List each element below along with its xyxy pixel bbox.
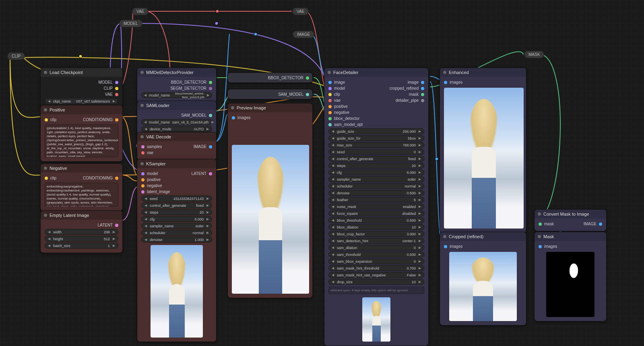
mask-image (546, 252, 594, 317)
face-detailer-bbox-threshold[interactable]: ◀bbox_threshold0.500▶ (328, 217, 424, 223)
face-detailer-sampler-name[interactable]: ◀sampler_nameeuler▶ (328, 176, 424, 182)
node-face-detailer[interactable]: FaceDetailer imagemodelclipvaepositivene… (324, 68, 429, 346)
node-graph-canvas[interactable]: CLIP VAE VAE MODEL IMAGE MASK Load Check… (0, 0, 644, 346)
ksampler-scheduler[interactable]: ◀schedulernormal▶ (141, 230, 212, 236)
node-title: FaceDetailer (333, 68, 358, 77)
node-title: Empty Latent Image (50, 211, 89, 220)
face-detailer-sam-dilation[interactable]: ◀sam_dilation0▶ (328, 245, 424, 251)
node-title: Negative (50, 164, 67, 173)
face-detailer-sam-mask-hint-threshold[interactable]: ◀sam_mask_hint_threshold0.700▶ (328, 265, 424, 271)
node-preview-image[interactable]: Preview Image images (227, 103, 313, 298)
face-detailer-sam-threshold[interactable]: ◀sam_threshold0.930▶ (328, 251, 424, 257)
svg-point-4 (254, 33, 257, 36)
node-title: Convert Mask to Image (543, 210, 589, 218)
prompt-text[interactable]: (photorealistic:1.4), best quality, mast… (45, 124, 118, 157)
reroute-bbox-detector[interactable]: BBOX_DETECTOR (227, 72, 313, 83)
reroute-clip[interactable]: CLIP (7, 52, 25, 60)
ksampler-control-after-generate[interactable]: ◀control_after_generatefixed▶ (141, 202, 212, 208)
reroute-model[interactable]: MODEL (119, 20, 142, 27)
preview-image (232, 145, 309, 294)
face-detailer-bbox-dilation[interactable]: ◀bbox_dilation10▶ (328, 224, 424, 230)
face-detailer-force-inpaint[interactable]: ◀force_inpaintdisabled▶ (328, 210, 424, 216)
node-title: Preview Image (237, 103, 266, 112)
ksampler-denoise[interactable]: ◀denoise1.000▶ (141, 237, 212, 243)
ksampler-seed[interactable]: ◀seed431433362471143▶ (141, 196, 212, 202)
prompt-text[interactable]: embedding:easynegative, embedding:badhan… (45, 183, 118, 207)
enhanced-image (444, 88, 524, 229)
ksampler-sampler-name[interactable]: ◀sampler_nameeuler▶ (141, 223, 212, 229)
node-title: MMDetDetectorProvider (146, 68, 194, 77)
node-cropped-refined[interactable]: Cropped (refined) images (440, 232, 526, 325)
ksampler-cfg[interactable]: ◀cfg8.000▶ (141, 216, 212, 222)
node-mask[interactable]: Mask images (534, 232, 607, 321)
ksampler-steps[interactable]: ◀steps20▶ (141, 209, 212, 215)
face-detailer-preview (362, 297, 390, 342)
reroute-vae-1[interactable]: VAE (132, 8, 149, 15)
node-samloader[interactable]: SAMLoader SAM_MODEL ◀model_namesam_vit_b… (137, 101, 217, 136)
svg-point-2 (215, 22, 218, 25)
svg-point-5 (435, 157, 438, 161)
node-load-checkpoint[interactable]: Load Checkpoint MODEL CLIP VAE ◀ ckpt_na… (40, 68, 123, 109)
node-ksampler[interactable]: KSampler model positive negative latent_… (137, 159, 217, 342)
face-detailer-control-after-generate[interactable]: ◀control_after_generatefixed▶ (328, 156, 424, 162)
reroute-sam-model[interactable]: SAM_MODEL (227, 89, 313, 99)
node-positive[interactable]: Positive clip CONDITIONING (photorealist… (40, 105, 123, 162)
face-detailer-noise-mask[interactable]: ◀noise_maskenabled▶ (328, 204, 424, 210)
svg-point-0 (79, 55, 82, 58)
empty-latent-width[interactable]: ◀width296▶ (45, 229, 118, 235)
empty-latent-batch-size[interactable]: ◀batch_size1▶ (45, 243, 118, 249)
cropped-image (449, 252, 517, 321)
wildcard-hint[interactable]: wildcard spec: if kept empty, this optio… (328, 286, 424, 294)
node-title: VAE Decode (146, 132, 171, 141)
node-title: KSampler (146, 159, 165, 168)
node-negative[interactable]: Negative clip CONDITIONING embedding:eas… (40, 163, 123, 211)
ckpt-name-widget[interactable]: ◀ ckpt_name V07_v07.safetensors ▶ (45, 98, 118, 104)
face-detailer-guide-size[interactable]: ◀guide_size256.000▶ (328, 128, 424, 134)
face-detailer-drop-size[interactable]: ◀drop_size10▶ (328, 279, 424, 285)
ksampler-preview-image (151, 245, 203, 338)
node-title: Load Checkpoint (50, 68, 83, 77)
node-title: Enhanced (449, 68, 469, 77)
face-detailer-bbox-crop-factor[interactable]: ◀bbox_crop_factor3.000▶ (328, 231, 424, 237)
samloader-device-mode[interactable]: ◀device_modeAUTO▶ (141, 126, 212, 132)
face-detailer-max-size[interactable]: ◀max_size768.000▶ (328, 142, 424, 148)
face-detailer-sam-mask-hint-use-negative[interactable]: ◀sam_mask_hint_use_negativeFalse▶ (328, 272, 424, 278)
face-detailer-sam-detection-hint[interactable]: ◀sam_detection_hintcenter-1▶ (328, 238, 424, 244)
reroute-vae-2[interactable]: VAE (292, 8, 309, 15)
node-title: Positive (50, 105, 65, 114)
node-enhanced[interactable]: Enhanced images (440, 68, 526, 233)
node-empty-latent[interactable]: Empty Latent Image LATENT ◀width296▶◀hei… (40, 210, 123, 253)
svg-point-3 (216, 10, 219, 13)
node-convert-mask[interactable]: Convert Mask to Image mask IMAGE (534, 209, 607, 231)
node-title: Cropped (refined) (449, 232, 483, 241)
face-detailer-feather[interactable]: ◀feather5▶ (328, 197, 424, 203)
empty-latent-height[interactable]: ◀height512▶ (45, 236, 118, 242)
face-detailer-sam-bbox-expansion[interactable]: ◀sam_bbox_expansion0▶ (328, 258, 424, 264)
samloader-model-name[interactable]: ◀model_namesam_vit_b_01ec64.pth▶ (141, 119, 212, 125)
face-detailer-cfg[interactable]: ◀cfg8.000▶ (328, 169, 424, 175)
face-detailer-steps[interactable]: ◀steps20▶ (328, 163, 424, 169)
reroute-image[interactable]: IMAGE (293, 31, 314, 38)
face-detailer-guide-size-for[interactable]: ◀guide_size_forbbox▶ (328, 135, 424, 141)
face-detailer-scheduler[interactable]: ◀schedulernormal▶ (328, 183, 424, 189)
mmdet-model-widget[interactable]: ◀ model_name bbox/mmdet_anime-face_yolov… (141, 92, 212, 98)
face-detailer-seed[interactable]: ◀seed0▶ (328, 149, 424, 155)
node-title: Mask (543, 232, 554, 241)
node-mmdet[interactable]: MMDetDetectorProvider BBOX_DETECTOR SEGM… (137, 68, 217, 103)
node-title: SAMLoader (146, 101, 169, 110)
node-vae-decode[interactable]: VAE Decode samples vae IMAGE (137, 132, 217, 160)
face-detailer-denoise[interactable]: ◀denoise0.500▶ (328, 190, 424, 196)
reroute-mask[interactable]: MASK (524, 51, 544, 58)
